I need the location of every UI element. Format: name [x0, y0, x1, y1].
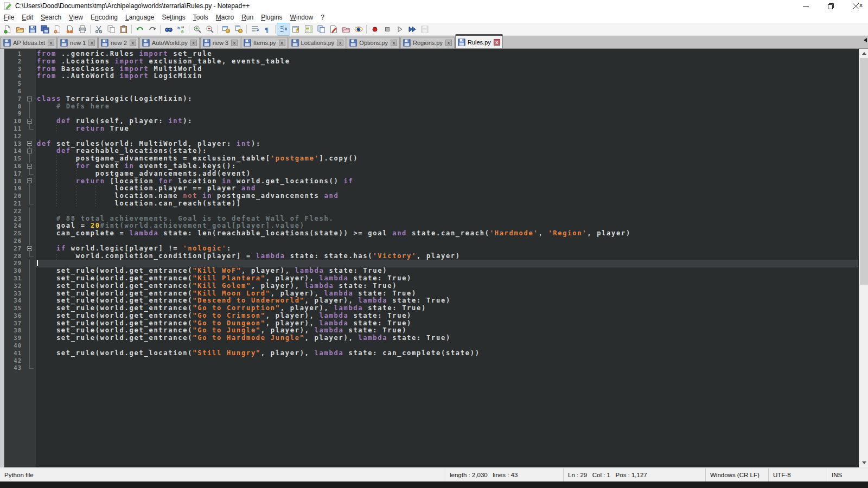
- code-line-13[interactable]: 13def set_rules(world: MultiWorld, playe…: [4, 140, 858, 148]
- close-all-button[interactable]: [63, 23, 76, 35]
- tab-new-2[interactable]: new 2x: [98, 37, 138, 48]
- tab-close-button[interactable]: x: [190, 40, 197, 46]
- tab-list-button[interactable]: [864, 38, 867, 42]
- fold-margin[interactable]: [25, 147, 35, 155]
- save-button[interactable]: [26, 23, 39, 35]
- code-line-42[interactable]: 42: [4, 357, 858, 365]
- tab-new-3[interactable]: new 3x: [200, 37, 240, 48]
- menu-file[interactable]: File: [0, 12, 18, 22]
- code-line-16[interactable]: 16 for event in events_table.keys():: [4, 163, 858, 170]
- code-line-26[interactable]: 26: [4, 237, 858, 245]
- vertical-scrollbar[interactable]: [859, 49, 868, 467]
- menu-window[interactable]: Window: [286, 12, 317, 22]
- code-line-10[interactable]: 10 def rule(self, player: int):: [4, 118, 858, 125]
- code-line-17[interactable]: 17 postgame_advancements.add(event): [4, 170, 858, 178]
- open-file-button[interactable]: [14, 23, 26, 35]
- menu-[interactable]: ?: [317, 12, 328, 22]
- fold-collapse-box[interactable]: [27, 246, 32, 251]
- indent-guide-button[interactable]: [277, 23, 290, 35]
- monitoring-button[interactable]: [352, 23, 365, 35]
- menu-run[interactable]: Run: [238, 12, 257, 22]
- code-line-19[interactable]: 19 location.player == player and: [4, 185, 858, 192]
- code-line-39[interactable]: 39 set_rule(world.get_entrance("Go to Ha…: [4, 335, 858, 342]
- scroll-up-arrow[interactable]: [859, 49, 868, 58]
- close-button[interactable]: [51, 23, 63, 35]
- code-line-14[interactable]: 14 def reachable_locations(state):: [4, 147, 858, 155]
- scrollbar-thumb[interactable]: [860, 58, 868, 285]
- code-line-18[interactable]: 18 return [location for location in worl…: [4, 178, 858, 185]
- code-line-8[interactable]: 8 # Defs here: [4, 103, 858, 111]
- code-line-12[interactable]: 12: [4, 133, 858, 140]
- copy-button[interactable]: [105, 23, 117, 35]
- code-line-34[interactable]: 34 set_rule(world.get_entrance("Descend …: [4, 297, 858, 305]
- menu-plugins[interactable]: Plugins: [257, 12, 286, 22]
- menu-search[interactable]: Search: [37, 12, 65, 22]
- print-button[interactable]: [76, 23, 88, 35]
- tab-close-button[interactable]: x: [337, 40, 343, 46]
- document-switcher-button[interactable]: [315, 23, 327, 35]
- code-line-43[interactable]: 43: [4, 364, 858, 372]
- save-all-button[interactable]: [39, 23, 51, 35]
- code-editor[interactable]: 1from ..generic.Rules import set_rule2fr…: [0, 49, 868, 467]
- fold-margin[interactable]: [25, 95, 35, 103]
- sync-vertical-button[interactable]: [220, 23, 232, 35]
- status-doctype[interactable]: Python file: [0, 468, 445, 481]
- code-line-31[interactable]: 31 set_rule(world.get_entrance("Kill Pla…: [4, 275, 858, 282]
- tab-close-button[interactable]: x: [88, 40, 95, 46]
- code-line-29[interactable]: 29: [4, 260, 858, 267]
- replace-button[interactable]: ba: [175, 23, 187, 35]
- macro-play-button[interactable]: [393, 23, 406, 35]
- tab-items-py[interactable]: Items.pyx: [241, 37, 288, 48]
- macro-run-multiple-button[interactable]: [406, 23, 418, 35]
- macro-stop-button[interactable]: [381, 23, 393, 35]
- fold-margin[interactable]: [25, 140, 35, 148]
- code-line-5[interactable]: 5: [4, 80, 858, 88]
- redo-button[interactable]: [146, 23, 158, 35]
- zoom-in-button[interactable]: [191, 23, 203, 35]
- code-line-15[interactable]: 15 postgame_advancements = exclusion_tab…: [4, 155, 858, 163]
- code-line-1[interactable]: 1from ..generic.Rules import set_rule: [4, 50, 858, 58]
- fold-margin[interactable]: [25, 163, 35, 170]
- sync-horizontal-button[interactable]: [232, 23, 245, 35]
- tab-ap-ideas-txt[interactable]: AP Ideas.txtx: [1, 37, 57, 48]
- tab-options-py[interactable]: Options.pyx: [347, 37, 400, 48]
- code-line-22[interactable]: 22: [4, 208, 858, 215]
- tab-regions-py[interactable]: Regions.pyx: [400, 37, 455, 48]
- scroll-down-arrow[interactable]: [859, 458, 868, 467]
- code-line-2[interactable]: 2from .Locations import exclusion_table,…: [4, 58, 858, 66]
- code-line-38[interactable]: 38 set_rule(world.get_entrance("Go to Ju…: [4, 327, 858, 335]
- code-line-36[interactable]: 36 set_rule(world.get_entrance("Go to Cr…: [4, 312, 858, 320]
- tab-rules-py[interactable]: Rules.pyx: [455, 34, 503, 48]
- tab-close-button[interactable]: x: [494, 39, 500, 46]
- code-line-20[interactable]: 20 location.name not in postgame_advance…: [4, 192, 858, 200]
- show-all-characters-button[interactable]: ¶: [261, 23, 273, 35]
- restore-button[interactable]: [818, 0, 843, 12]
- paste-button[interactable]: [117, 23, 130, 35]
- code-line-7[interactable]: 7class TerrariaLogic(LogicMixin):: [4, 95, 858, 103]
- menu-settings[interactable]: Settings: [158, 12, 189, 22]
- tab-close-button[interactable]: x: [445, 40, 452, 46]
- code-line-24[interactable]: 24 goal = 20#int(world.achievement_goal[…: [4, 222, 858, 230]
- code-line-40[interactable]: 40: [4, 342, 858, 350]
- tab-close-button[interactable]: x: [130, 40, 136, 46]
- status-ins[interactable]: INS: [827, 468, 868, 481]
- find-button[interactable]: [162, 23, 175, 35]
- tab-close-button[interactable]: x: [48, 40, 54, 46]
- cut-button[interactable]: [92, 23, 105, 35]
- code-line-35[interactable]: 35 set_rule(world.get_entrance("Go to Co…: [4, 305, 858, 312]
- code-line-23[interactable]: 23 # 88 total achievements. Goal is to d…: [4, 215, 858, 223]
- code-line-41[interactable]: 41 set_rule(world.get_location("Still Hu…: [4, 350, 858, 357]
- status-length[interactable]: length : 2,030 lines : 43: [445, 468, 563, 481]
- document-map-button[interactable]: [302, 23, 315, 35]
- menu-edit[interactable]: Edit: [18, 12, 37, 22]
- zoom-out-button[interactable]: [203, 23, 216, 35]
- code-line-6[interactable]: 6: [4, 88, 858, 95]
- menu-macro[interactable]: Macro: [212, 12, 238, 22]
- fold-collapse-box[interactable]: [27, 149, 32, 153]
- fold-collapse-box[interactable]: [27, 164, 32, 169]
- tab-locations-py[interactable]: Locations.pyx: [289, 37, 347, 48]
- code-line-21[interactable]: 21 location.can_reach(state)]: [4, 200, 858, 208]
- edit-marker-button[interactable]: [327, 23, 340, 35]
- menu-view[interactable]: View: [65, 12, 87, 22]
- fold-collapse-box[interactable]: [27, 178, 32, 183]
